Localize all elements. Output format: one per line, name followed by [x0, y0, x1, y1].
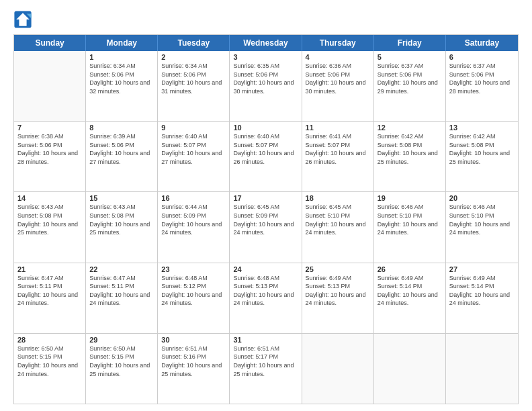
cell-info: Sunrise: 6:50 AMSunset: 5:15 PMDaylight:…: [17, 345, 82, 378]
calendar-cell: 12Sunrise: 6:42 AMSunset: 5:08 PMDayligh…: [374, 122, 446, 191]
cal-header-cell: Monday: [86, 35, 158, 51]
cell-info: Sunrise: 6:45 AMSunset: 5:10 PMDaylight:…: [306, 203, 370, 236]
calendar-cell: 14Sunrise: 6:43 AMSunset: 5:08 PMDayligh…: [14, 192, 86, 262]
calendar-cell: 13Sunrise: 6:42 AMSunset: 5:08 PMDayligh…: [446, 122, 518, 191]
cell-info: Sunrise: 6:45 AMSunset: 5:09 PMDaylight:…: [233, 203, 298, 236]
day-number: 27: [449, 265, 515, 273]
page: SundayMondayTuesdayWednesdayThursdayFrid…: [0, 0, 532, 411]
calendar-cell: 25Sunrise: 6:49 AMSunset: 5:13 PMDayligh…: [302, 263, 374, 333]
cell-info: Sunrise: 6:43 AMSunset: 5:08 PMDaylight:…: [89, 203, 154, 236]
logo: [13, 10, 36, 29]
day-number: 26: [378, 265, 442, 273]
day-number: 20: [449, 194, 515, 202]
cell-info: Sunrise: 6:42 AMSunset: 5:08 PMDaylight:…: [449, 132, 515, 166]
calendar-body: 1Sunrise: 6:34 AMSunset: 5:06 PMDaylight…: [14, 51, 518, 404]
calendar-cell: [302, 334, 374, 404]
cell-info: Sunrise: 6:46 AMSunset: 5:10 PMDaylight:…: [378, 203, 442, 236]
day-number: 18: [306, 194, 370, 202]
calendar-cell: 7Sunrise: 6:38 AMSunset: 5:06 PMDaylight…: [14, 122, 86, 191]
calendar-row: 1Sunrise: 6:34 AMSunset: 5:06 PMDaylight…: [14, 51, 518, 122]
calendar-row: 28Sunrise: 6:50 AMSunset: 5:15 PMDayligh…: [14, 334, 518, 404]
calendar: SundayMondayTuesdayWednesdayThursdayFrid…: [13, 34, 519, 404]
calendar-row: 7Sunrise: 6:38 AMSunset: 5:06 PMDaylight…: [14, 122, 518, 192]
calendar-cell: 15Sunrise: 6:43 AMSunset: 5:08 PMDayligh…: [86, 192, 158, 262]
calendar-cell: 3Sunrise: 6:35 AMSunset: 5:06 PMDaylight…: [230, 51, 302, 121]
day-number: 24: [233, 265, 298, 273]
logo-icon: [13, 10, 32, 29]
calendar-cell: 16Sunrise: 6:44 AMSunset: 5:09 PMDayligh…: [158, 192, 230, 262]
calendar-cell: 6Sunrise: 6:37 AMSunset: 5:06 PMDaylight…: [446, 51, 518, 121]
cell-info: Sunrise: 6:39 AMSunset: 5:06 PMDaylight:…: [89, 132, 154, 166]
cal-header-cell: Wednesday: [230, 35, 302, 51]
calendar-header-row: SundayMondayTuesdayWednesdayThursdayFrid…: [14, 35, 518, 51]
calendar-cell: 27Sunrise: 6:49 AMSunset: 5:14 PMDayligh…: [446, 263, 518, 333]
cell-info: Sunrise: 6:38 AMSunset: 5:06 PMDaylight:…: [17, 132, 82, 166]
cell-info: Sunrise: 6:51 AMSunset: 5:17 PMDaylight:…: [233, 345, 298, 378]
day-number: 31: [233, 336, 298, 344]
day-number: 14: [17, 194, 82, 202]
calendar-cell: 9Sunrise: 6:40 AMSunset: 5:07 PMDaylight…: [158, 122, 230, 191]
calendar-cell: 10Sunrise: 6:40 AMSunset: 5:07 PMDayligh…: [230, 122, 302, 191]
day-number: 1: [89, 53, 154, 61]
calendar-cell: 20Sunrise: 6:46 AMSunset: 5:10 PMDayligh…: [446, 192, 518, 262]
day-number: 6: [449, 53, 515, 61]
day-number: 8: [89, 124, 154, 132]
calendar-cell: 28Sunrise: 6:50 AMSunset: 5:15 PMDayligh…: [14, 334, 86, 404]
header: [13, 10, 519, 29]
day-number: 16: [161, 194, 226, 202]
cell-info: Sunrise: 6:46 AMSunset: 5:10 PMDaylight:…: [449, 203, 515, 236]
cell-info: Sunrise: 6:47 AMSunset: 5:11 PMDaylight:…: [89, 274, 154, 308]
cell-info: Sunrise: 6:40 AMSunset: 5:07 PMDaylight:…: [233, 132, 298, 166]
calendar-cell: 23Sunrise: 6:48 AMSunset: 5:12 PMDayligh…: [158, 263, 230, 333]
calendar-cell: 30Sunrise: 6:51 AMSunset: 5:16 PMDayligh…: [158, 334, 230, 404]
cell-info: Sunrise: 6:44 AMSunset: 5:09 PMDaylight:…: [161, 203, 226, 236]
calendar-cell: 4Sunrise: 6:36 AMSunset: 5:06 PMDaylight…: [302, 51, 374, 121]
cal-header-cell: Thursday: [302, 35, 374, 51]
day-number: 13: [449, 124, 515, 132]
calendar-cell: 1Sunrise: 6:34 AMSunset: 5:06 PMDaylight…: [86, 51, 158, 121]
cell-info: Sunrise: 6:42 AMSunset: 5:08 PMDaylight:…: [378, 132, 442, 166]
day-number: 5: [378, 53, 442, 61]
calendar-cell: 19Sunrise: 6:46 AMSunset: 5:10 PMDayligh…: [374, 192, 446, 262]
calendar-cell: 29Sunrise: 6:50 AMSunset: 5:15 PMDayligh…: [86, 334, 158, 404]
day-number: 28: [17, 336, 82, 344]
cell-info: Sunrise: 6:34 AMSunset: 5:06 PMDaylight:…: [89, 62, 154, 95]
cell-info: Sunrise: 6:49 AMSunset: 5:14 PMDaylight:…: [449, 274, 515, 308]
day-number: 9: [161, 124, 226, 132]
day-number: 19: [378, 194, 442, 202]
day-number: 3: [233, 53, 298, 61]
cell-info: Sunrise: 6:48 AMSunset: 5:13 PMDaylight:…: [233, 274, 298, 308]
calendar-cell: [14, 51, 86, 121]
cell-info: Sunrise: 6:50 AMSunset: 5:15 PMDaylight:…: [89, 345, 154, 378]
cell-info: Sunrise: 6:36 AMSunset: 5:06 PMDaylight:…: [306, 62, 370, 95]
day-number: 17: [233, 194, 298, 202]
cell-info: Sunrise: 6:48 AMSunset: 5:12 PMDaylight:…: [161, 274, 226, 308]
calendar-cell: [374, 334, 446, 404]
cell-info: Sunrise: 6:49 AMSunset: 5:13 PMDaylight:…: [306, 274, 370, 308]
calendar-cell: 26Sunrise: 6:49 AMSunset: 5:14 PMDayligh…: [374, 263, 446, 333]
day-number: 11: [306, 124, 370, 132]
calendar-cell: 22Sunrise: 6:47 AMSunset: 5:11 PMDayligh…: [86, 263, 158, 333]
day-number: 21: [17, 265, 82, 273]
cell-info: Sunrise: 6:47 AMSunset: 5:11 PMDaylight:…: [17, 274, 82, 308]
calendar-cell: 2Sunrise: 6:34 AMSunset: 5:06 PMDaylight…: [158, 51, 230, 121]
calendar-cell: 31Sunrise: 6:51 AMSunset: 5:17 PMDayligh…: [230, 334, 302, 404]
day-number: 4: [306, 53, 370, 61]
calendar-cell: 21Sunrise: 6:47 AMSunset: 5:11 PMDayligh…: [14, 263, 86, 333]
day-number: 30: [161, 336, 226, 344]
cell-info: Sunrise: 6:34 AMSunset: 5:06 PMDaylight:…: [161, 62, 226, 95]
calendar-row: 21Sunrise: 6:47 AMSunset: 5:11 PMDayligh…: [14, 263, 518, 334]
day-number: 25: [306, 265, 370, 273]
calendar-cell: 17Sunrise: 6:45 AMSunset: 5:09 PMDayligh…: [230, 192, 302, 262]
calendar-cell: 24Sunrise: 6:48 AMSunset: 5:13 PMDayligh…: [230, 263, 302, 333]
day-number: 22: [89, 265, 154, 273]
cell-info: Sunrise: 6:43 AMSunset: 5:08 PMDaylight:…: [17, 203, 82, 236]
cal-header-cell: Friday: [374, 35, 446, 51]
calendar-cell: 18Sunrise: 6:45 AMSunset: 5:10 PMDayligh…: [302, 192, 374, 262]
cal-header-cell: Saturday: [446, 35, 518, 51]
cell-info: Sunrise: 6:37 AMSunset: 5:06 PMDaylight:…: [449, 62, 515, 95]
day-number: 23: [161, 265, 226, 273]
day-number: 12: [378, 124, 442, 132]
cell-info: Sunrise: 6:41 AMSunset: 5:07 PMDaylight:…: [306, 132, 370, 166]
cell-info: Sunrise: 6:49 AMSunset: 5:14 PMDaylight:…: [378, 274, 442, 308]
